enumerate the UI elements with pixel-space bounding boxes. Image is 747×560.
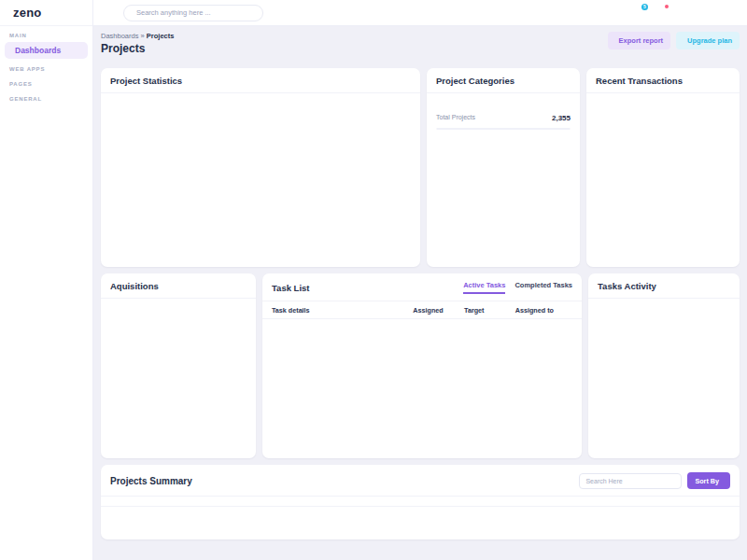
upgrade-plan-label: Upgrade plan	[687, 36, 732, 45]
task-table-header: Task details Assigned Target Assigned to	[262, 301, 582, 319]
sidebar: zeno MAIN Dashboards WEB APPS PAGES GENE…	[0, 0, 93, 560]
breadcrumb-dashboards[interactable]: Dashboards	[101, 32, 138, 40]
notifications-icon[interactable]	[655, 7, 668, 20]
project-categories-card: Project Categories Total Projects 2,355	[427, 68, 580, 267]
summary-search-input[interactable]	[579, 473, 682, 489]
global-search	[123, 5, 263, 21]
col-assigned: Assigned	[413, 306, 464, 315]
menu-toggle-icon[interactable]	[103, 7, 116, 20]
sidebar-item-label: Dashboards	[15, 46, 61, 55]
categories-progress-bar	[436, 101, 571, 109]
recent-transactions-card: Recent Transactions	[586, 68, 740, 267]
task-list-title: Task List	[272, 283, 309, 293]
projects-summary-card: Projects Summary Sort By	[101, 465, 740, 539]
tasks-activity-gauge	[588, 299, 740, 305]
cart-count-badge: 5	[641, 4, 648, 10]
fullscreen-icon[interactable]	[678, 7, 691, 20]
sidebar-section-general: GENERAL	[0, 90, 92, 105]
tasks-activity-title: Tasks Activity	[588, 273, 740, 299]
app-root: zeno MAIN Dashboards WEB APPS PAGES GENE…	[0, 0, 747, 560]
sidebar-item-dashboards[interactable]: Dashboards	[5, 42, 88, 59]
sidebar-section-pages: PAGES	[0, 75, 92, 90]
project-categories-title: Project Categories	[427, 68, 580, 93]
total-projects-label: Total Projects	[436, 114, 475, 122]
cart-icon[interactable]: 5	[631, 7, 644, 20]
tab-active-tasks[interactable]: Active Tasks	[463, 281, 505, 294]
settings-icon[interactable]	[725, 7, 738, 20]
breadcrumb-separator: »	[141, 32, 145, 40]
categories-list	[436, 128, 571, 130]
summary-table-row	[101, 507, 740, 520]
language-icon[interactable]	[585, 7, 598, 20]
sidebar-section-main: MAIN	[0, 26, 92, 41]
recent-transactions-title: Recent Transactions	[586, 68, 740, 93]
tab-completed-tasks[interactable]: Completed Tasks	[514, 281, 572, 294]
col-target: Target	[464, 306, 515, 315]
chart-legend	[101, 102, 420, 109]
sort-by-label: Sort By	[695, 477, 719, 485]
project-statistics-title: Project Statistics	[101, 68, 420, 93]
page-content: Dashboards » Projects Projects Export re…	[93, 26, 747, 560]
col-assigned-to: Assigned to	[515, 306, 572, 315]
breadcrumb: Dashboards » Projects	[101, 32, 174, 40]
brand[interactable]: zeno	[0, 0, 92, 26]
upgrade-plan-button[interactable]: Upgrade plan	[676, 32, 740, 49]
page-title: Projects	[101, 42, 174, 55]
aquisitions-card: Aquisitions	[101, 273, 256, 458]
top-header: 5	[93, 0, 747, 26]
total-projects-value: 2,355	[552, 114, 571, 122]
search-input[interactable]	[136, 8, 255, 17]
notification-dot	[665, 5, 669, 8]
export-report-button[interactable]: Export report	[608, 32, 671, 49]
dark-mode-icon[interactable]	[608, 7, 621, 20]
breadcrumb-current: Projects	[147, 32, 175, 40]
project-statistics-card: Project Statistics	[101, 68, 420, 267]
aquisitions-title: Aquisitions	[101, 273, 256, 299]
task-tabs: Active Tasks Completed Tasks	[463, 281, 572, 294]
export-report-label: Export report	[619, 36, 664, 45]
projects-summary-title: Projects Summary	[110, 476, 192, 486]
tasks-activity-card: Tasks Activity	[588, 273, 740, 458]
avatar[interactable]	[701, 7, 714, 20]
sort-by-button[interactable]: Sort By	[687, 472, 730, 489]
task-list-card: Task List Active Tasks Completed Tasks T…	[262, 273, 582, 458]
brand-name: zeno	[13, 6, 41, 20]
col-task-details: Task details	[272, 306, 413, 315]
sidebar-section-webapps: WEB APPS	[0, 60, 92, 75]
summary-table-header	[101, 496, 740, 507]
